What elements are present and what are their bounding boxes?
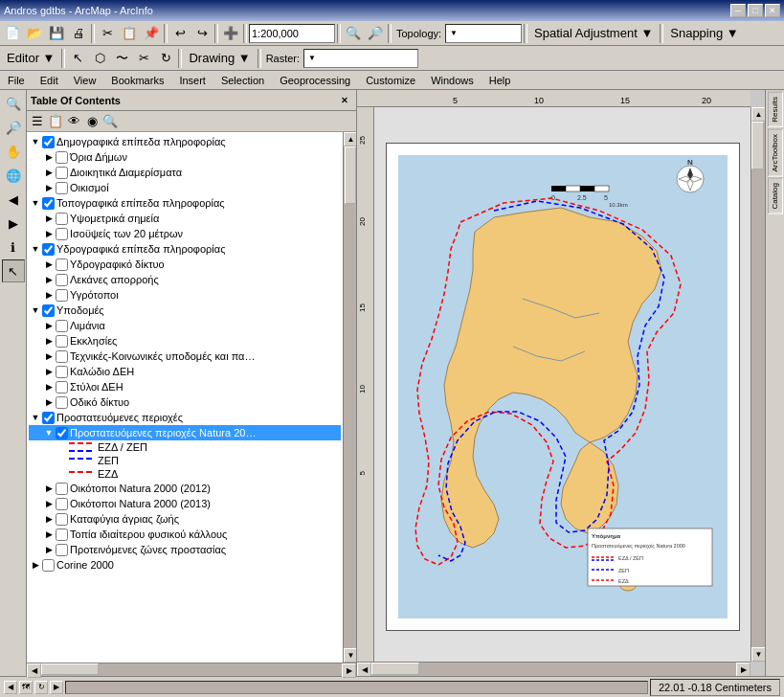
toc-layer-prostateuo[interactable]: ▼ Προστατευόμενες περιοχές <box>29 410 341 425</box>
layer-checkbox[interactable] <box>56 513 68 526</box>
toc-source-btn[interactable]: 📋 <box>47 113 64 130</box>
layer-checkbox[interactable] <box>56 151 68 164</box>
forward-extent[interactable]: ▶ <box>2 212 25 235</box>
vscroll-up[interactable]: ▲ <box>751 107 765 122</box>
expand-icon[interactable]: ▼ <box>29 411 42 424</box>
layer-checkbox[interactable] <box>56 498 68 510</box>
toc-layer-proeinomenes[interactable]: ▶ Προτεινόμενες ζώνες προστασίας <box>29 542 341 557</box>
zoom-in-button[interactable]: 🔍 <box>343 23 364 44</box>
status-right-btn[interactable]: ▶ <box>50 681 63 694</box>
layer-checkbox[interactable] <box>42 559 55 572</box>
toc-search-btn[interactable]: 🔍 <box>101 113 119 130</box>
toc-list-btn[interactable]: ☰ <box>29 113 46 130</box>
toc-layer-ygroto[interactable]: ▶ Υγρότοποι <box>29 287 341 303</box>
layer-checkbox[interactable] <box>56 259 68 271</box>
hscroll-thumb[interactable] <box>371 663 419 675</box>
print-button[interactable]: 🖨 <box>68 23 89 44</box>
spatial-adj-button[interactable]: Spatial Adjustment ▼ <box>529 23 658 44</box>
reshape[interactable]: 〜 <box>111 48 132 69</box>
toc-layer-odiko[interactable]: ▶ Οδικό δίκτυο <box>29 394 341 410</box>
expand-icon[interactable]: ▶ <box>42 365 56 378</box>
identify-tool[interactable]: ℹ <box>2 236 25 259</box>
toc-layer-natura-sel[interactable]: ▼ Προστατευόμενες περιοχές Natura 20… <box>29 425 341 440</box>
minimize-button[interactable]: ─ <box>730 4 746 17</box>
expand-icon[interactable]: ▶ <box>42 288 56 302</box>
vscroll-thumb[interactable] <box>751 122 764 169</box>
results-tab[interactable]: Results <box>768 92 783 127</box>
layer-checkbox[interactable] <box>56 289 68 302</box>
scale-dropdown[interactable]: 1:200,000 <box>249 24 335 43</box>
add-data-button[interactable]: ➕ <box>220 23 241 44</box>
menu-windows[interactable]: Windows <box>423 71 482 90</box>
toc-vis-btn[interactable]: 👁 <box>65 113 82 130</box>
layer-checkbox[interactable] <box>42 304 55 317</box>
menu-edit[interactable]: Edit <box>33 71 66 90</box>
layer-checkbox[interactable] <box>42 412 55 424</box>
rotate[interactable]: ↻ <box>155 48 176 69</box>
undo-button[interactable]: ↩ <box>169 23 190 44</box>
layer-checkbox[interactable] <box>56 320 68 332</box>
expand-icon[interactable]: ▶ <box>42 181 56 194</box>
toc-layer-oikotopoi2012[interactable]: ▶ Οικότοποι Natura 2000 (2012) <box>29 481 341 496</box>
toc-layer-texnikes[interactable]: ▶ Τεχνικές-Κοινωνικές υποδομές και πα… <box>29 348 341 364</box>
snapping-button[interactable]: Snapping ▼ <box>665 23 743 44</box>
zoom-out-tool[interactable]: 🔎 <box>2 116 25 139</box>
toc-layer-ydro[interactable]: ▼ Υδρογραφικά επίπεδα πληροφορίας <box>29 241 341 257</box>
expand-icon[interactable]: ▼ <box>29 242 42 256</box>
expand-icon[interactable]: ▶ <box>42 482 56 495</box>
vscrollbar[interactable]: ▲ ▼ <box>750 107 765 662</box>
hscroll-track[interactable] <box>371 663 736 676</box>
map-area[interactable]: 5 10 15 20 25 20 15 10 5 <box>357 90 765 676</box>
status-left-btn[interactable]: ◀ <box>4 681 17 694</box>
toc-layer-topo[interactable]: ▼ Τοπογραφικά επίπεδα πληροφορίας <box>29 195 341 211</box>
expand-icon[interactable]: ▶ <box>42 212 56 225</box>
expand-icon[interactable]: ▶ <box>42 150 56 164</box>
layer-checkbox[interactable] <box>56 350 68 363</box>
toc-close-button[interactable]: ✕ <box>337 93 352 108</box>
menu-selection[interactable]: Selection <box>213 71 272 90</box>
full-extent[interactable]: 🌐 <box>2 164 25 187</box>
toc-layer-topia[interactable]: ▶ Τοπία ιδιαίτερου φυσικού κάλλους <box>29 527 341 542</box>
toc-layer-oikismoi[interactable]: ▶ Οικισμοί <box>29 180 341 195</box>
expand-icon[interactable]: ▶ <box>42 273 56 286</box>
split[interactable]: ✂ <box>133 48 154 69</box>
toc-layer-isoyp[interactable]: ▶ Ισοϋψείς των 20 μέτρων <box>29 226 341 241</box>
expand-icon[interactable]: ▶ <box>42 258 56 271</box>
menu-insert[interactable]: Insert <box>171 71 213 90</box>
toc-layer-oria[interactable]: ▶ Όρια Δήμων <box>29 149 341 165</box>
layer-checkbox[interactable] <box>56 528 68 541</box>
toc-layer-styloi[interactable]: ▶ Στύλοι ΔΕΗ <box>29 379 341 394</box>
layer-checkbox[interactable] <box>42 243 55 256</box>
layer-checkbox[interactable] <box>56 427 68 439</box>
expand-icon[interactable]: ▶ <box>42 543 56 556</box>
toc-layer-lekanes[interactable]: ▶ Λεκάνες απορροής <box>29 272 341 287</box>
hscroll-track[interactable] <box>41 663 342 676</box>
hscroll-left[interactable]: ◀ <box>357 663 371 676</box>
close-button[interactable]: ✕ <box>765 4 780 17</box>
toc-sel-btn[interactable]: ◉ <box>83 113 101 130</box>
expand-icon[interactable]: ▶ <box>42 166 56 179</box>
toc-layer-limania[interactable]: ▶ Λιμάνια <box>29 318 341 333</box>
expand-icon[interactable]: ▼ <box>29 135 42 148</box>
menu-help[interactable]: Help <box>482 71 519 90</box>
edit-vertices[interactable]: ⬡ <box>89 48 110 69</box>
expand-icon[interactable]: ▼ <box>42 426 56 439</box>
menu-bookmarks[interactable]: Bookmarks <box>103 71 171 90</box>
toc-layer-demo[interactable]: ▼ Δημογραφικά επίπεδα πληροφορίας <box>29 134 341 149</box>
cut-button[interactable]: ✂ <box>97 23 118 44</box>
layer-checkbox[interactable] <box>56 213 68 225</box>
toc-layer-ypodom[interactable]: ▼ Υποδομές <box>29 303 341 318</box>
hscroll-right[interactable]: ▶ <box>736 663 750 676</box>
menu-view[interactable]: View <box>66 71 104 90</box>
map-content[interactable]: N 0 2.5 5 10.3km <box>374 107 750 662</box>
toc-layer-oikotopoi2013[interactable]: ▶ Οικότοποι Natura 2000 (2013) <box>29 496 341 511</box>
toc-scrollbar[interactable]: ▲ ▼ <box>343 132 356 663</box>
expand-icon[interactable]: ▶ <box>42 497 56 510</box>
editor-dropdown-button[interactable]: Editor ▼ <box>2 48 59 69</box>
expand-icon[interactable]: ▼ <box>29 196 42 210</box>
scroll-up-btn[interactable]: ▲ <box>344 132 356 146</box>
open-button[interactable]: 📂 <box>24 23 45 44</box>
expand-icon[interactable]: ▶ <box>42 227 56 240</box>
redo-button[interactable]: ↪ <box>191 23 213 44</box>
zoom-out-button[interactable]: 🔎 <box>365 23 386 44</box>
